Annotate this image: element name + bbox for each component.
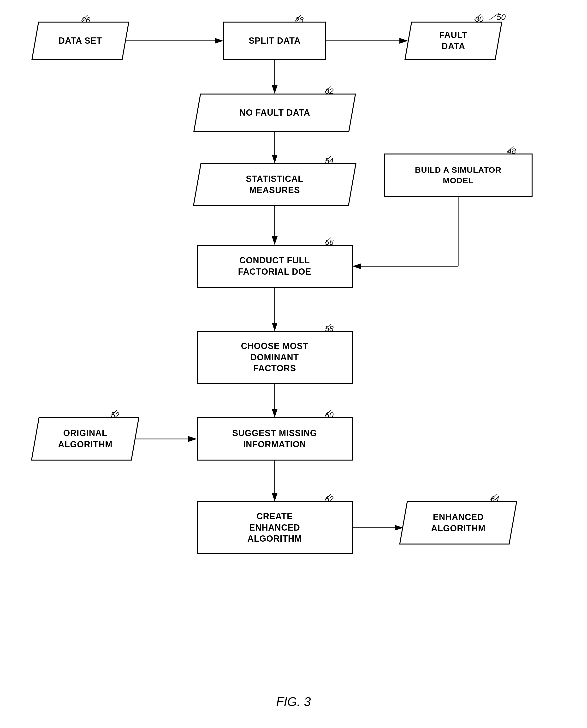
ref-tick-buildsimulator — [502, 145, 517, 152]
svg-line-17 — [507, 146, 513, 152]
node-dataset: DATA SET — [31, 22, 129, 60]
node-enhancedalg-label: ENHANCED ALGORITHM — [431, 512, 486, 534]
svg-line-19 — [325, 237, 331, 243]
node-suggestmissing: SUGGEST MISSING INFORMATION — [197, 417, 353, 461]
ref-tick-enhancedalg — [486, 493, 500, 500]
ref-tick-createenhanced — [320, 493, 335, 500]
svg-line-21 — [111, 410, 117, 416]
svg-line-18 — [325, 156, 331, 161]
ref-tick-suggestmissing — [320, 409, 335, 416]
ref-tick-nofaultdata — [320, 85, 335, 92]
node-enhancedalg: ENHANCED ALGORITHM — [399, 501, 517, 544]
svg-line-15 — [474, 15, 480, 20]
svg-line-16 — [325, 86, 331, 92]
ref-tick-originalalg — [106, 409, 120, 416]
node-faultdata-label: FAULT DATA — [439, 29, 468, 52]
node-statistical-label: STATISTICAL MEASURES — [246, 173, 303, 196]
node-createenhanced-label: CREATE ENHANCED ALGORITHM — [248, 511, 302, 544]
diagram-container: DATA SET 26 SPLIT DATA 28 FAULT DATA 30 … — [0, 0, 587, 728]
ref-tick-dataset — [77, 14, 91, 21]
node-buildsimulator-label: BUILD A SIMULATOR MODEL — [415, 165, 501, 186]
node-originalalg: ORIGINAL ALGORITHM — [31, 417, 139, 461]
ref-tick-splitdata — [290, 14, 305, 21]
node-conductfull-label: CONDUCT FULL FACTORIAL DOE — [238, 255, 311, 278]
svg-line-24 — [491, 494, 497, 500]
svg-line-20 — [325, 324, 331, 329]
ref-tick-statistical — [320, 155, 335, 162]
svg-line-25 — [489, 13, 499, 20]
node-originalalg-label: ORIGINAL ALGORITHM — [58, 428, 113, 450]
node-statistical: STATISTICAL MEASURES — [193, 163, 356, 206]
svg-line-14 — [295, 15, 301, 21]
node-splitdata: SPLIT DATA — [223, 22, 326, 60]
node-conductfull: CONDUCT FULL FACTORIAL DOE — [197, 245, 353, 288]
node-choosedominant-label: CHOOSE MOST DOMINANT FACTORS — [241, 340, 308, 374]
node-dataset-label: DATA SET — [58, 35, 102, 47]
svg-line-23 — [325, 494, 331, 500]
node-buildsimulator: BUILD A SIMULATOR MODEL — [384, 154, 533, 197]
node-suggestmissing-label: SUGGEST MISSING INFORMATION — [232, 428, 317, 450]
node-createenhanced: CREATE ENHANCED ALGORITHM — [197, 501, 353, 554]
figure-caption: FIG. 3 — [245, 695, 342, 709]
node-splitdata-label: SPLIT DATA — [249, 35, 301, 47]
node-choosedominant: CHOOSE MOST DOMINANT FACTORS — [197, 331, 353, 384]
ref-tick-faultdata — [470, 13, 484, 20]
node-faultdata: FAULT DATA — [404, 22, 502, 60]
ref-tick-choosedominant — [320, 323, 335, 330]
node-nofaultdata-label: NO FAULT DATA — [239, 107, 310, 118]
ref-tick-fig50 — [485, 11, 504, 20]
svg-line-13 — [81, 15, 88, 21]
svg-line-22 — [325, 410, 331, 416]
ref-tick-conductfull — [320, 236, 335, 243]
node-nofaultdata: NO FAULT DATA — [193, 94, 356, 132]
